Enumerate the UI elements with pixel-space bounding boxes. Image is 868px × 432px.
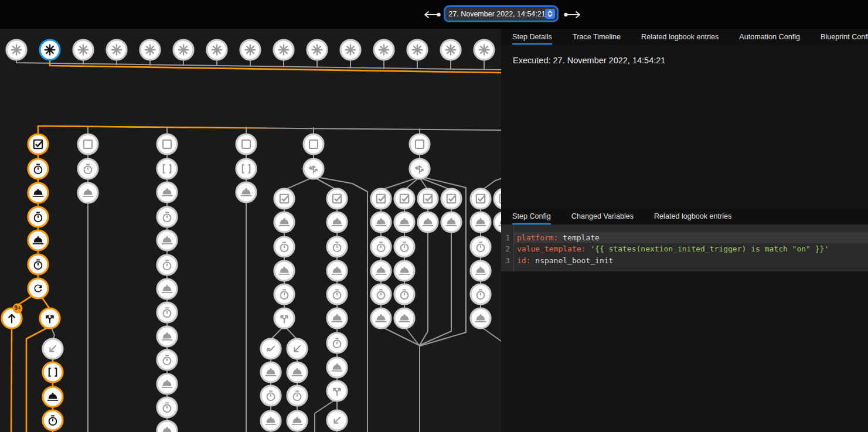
- cloche-node[interactable]: [287, 411, 307, 431]
- square-node[interactable]: [236, 134, 256, 154]
- asterisk-node[interactable]: [207, 40, 227, 60]
- cloche-node[interactable]: [371, 212, 391, 232]
- checkbox-node[interactable]: [471, 189, 491, 209]
- asterisk-node[interactable]: [374, 40, 394, 60]
- timer-node[interactable]: [274, 237, 294, 257]
- square-node[interactable]: [78, 134, 98, 154]
- timer-node[interactable]: [78, 159, 98, 179]
- call-split-node[interactable]: [40, 308, 60, 328]
- arrow-down-left-node[interactable]: [287, 339, 307, 359]
- timer-node[interactable]: [327, 284, 347, 304]
- cloche-node[interactable]: [157, 230, 177, 250]
- cloche-node[interactable]: [28, 230, 48, 250]
- timer-node[interactable]: [287, 386, 307, 406]
- choose-node[interactable]: [410, 159, 430, 179]
- cloche-node[interactable]: [394, 261, 414, 281]
- checkbox-node[interactable]: [28, 134, 48, 154]
- cloche-node[interactable]: [78, 183, 98, 203]
- cloche-node[interactable]: [394, 308, 414, 328]
- checkbox-node[interactable]: [494, 189, 501, 209]
- cloche-node[interactable]: [261, 362, 281, 382]
- step-config-code-editor[interactable]: 1platform: template 2value_template: '{{…: [501, 224, 868, 271]
- asterisk-node[interactable]: [173, 40, 193, 60]
- square-node[interactable]: [410, 134, 430, 154]
- timer-node[interactable]: [28, 159, 48, 179]
- run-select[interactable]: 27. November 2022, 14:54:21: [445, 7, 557, 21]
- refresh-node[interactable]: [28, 278, 48, 298]
- previous-run-button[interactable]: [420, 8, 443, 23]
- cloche-node[interactable]: [261, 411, 281, 431]
- timer-node[interactable]: [28, 207, 48, 227]
- cloche-node[interactable]: [327, 212, 347, 232]
- timer-node[interactable]: [394, 237, 414, 257]
- cloche-node[interactable]: [494, 212, 501, 232]
- timer-node[interactable]: [157, 255, 177, 275]
- cloche-node[interactable]: [441, 212, 461, 232]
- brackets-node[interactable]: [43, 362, 63, 382]
- arrow-down-left-node[interactable]: [327, 410, 347, 430]
- cloche-node[interactable]: [274, 212, 294, 232]
- cloche-node[interactable]: [274, 261, 294, 281]
- square-node[interactable]: [157, 134, 177, 154]
- asterisk-node[interactable]: [6, 40, 26, 60]
- next-run-button[interactable]: [561, 8, 585, 23]
- timer-node[interactable]: [471, 284, 491, 304]
- checkbox-node[interactable]: [441, 189, 461, 209]
- square-node[interactable]: [304, 134, 324, 154]
- tab-related-logbook-entries[interactable]: Related logbook entries: [641, 29, 719, 45]
- checkbox-node[interactable]: [418, 189, 438, 209]
- asterisk-node[interactable]: [307, 40, 327, 60]
- tab-config-related-logbook-entries[interactable]: Related logbook entries: [654, 208, 731, 224]
- cloche-node[interactable]: [394, 212, 414, 232]
- asterisk-node[interactable]: [73, 40, 93, 60]
- cloche-node[interactable]: [157, 374, 177, 394]
- timer-node[interactable]: [274, 284, 294, 304]
- asterisk-node[interactable]: [107, 40, 127, 60]
- cloche-node[interactable]: [371, 261, 391, 281]
- cloche-node[interactable]: [418, 212, 438, 232]
- tab-step-config[interactable]: Step Config: [512, 208, 551, 224]
- check-arrow-node[interactable]: [261, 339, 281, 359]
- asterisk-node[interactable]: [274, 40, 294, 60]
- cloche-node[interactable]: [157, 421, 177, 432]
- brackets-node[interactable]: [157, 159, 177, 179]
- timer-node[interactable]: [371, 237, 391, 257]
- timer-node[interactable]: [43, 410, 63, 430]
- brackets-node[interactable]: [236, 159, 256, 179]
- cloche-node[interactable]: [471, 212, 491, 232]
- cloche-node[interactable]: [371, 308, 391, 328]
- cloche-node[interactable]: [157, 279, 177, 299]
- tab-step-details[interactable]: Step Details: [512, 29, 552, 45]
- timer-node[interactable]: [394, 284, 414, 304]
- call-split-node[interactable]: [327, 381, 347, 401]
- call-split-node[interactable]: [274, 308, 294, 328]
- cloche-node[interactable]: [327, 358, 347, 377]
- cloche-node[interactable]: [327, 308, 347, 328]
- timer-node[interactable]: [327, 333, 347, 353]
- timer-node[interactable]: [471, 237, 491, 257]
- tab-automation-config[interactable]: Automation Config: [739, 29, 800, 45]
- timer-node[interactable]: [157, 397, 177, 417]
- choose-node[interactable]: [304, 159, 324, 179]
- timer-node[interactable]: [327, 237, 347, 257]
- cloche-node[interactable]: [157, 326, 177, 346]
- timer-node[interactable]: [371, 284, 391, 304]
- asterisk-node[interactable]: [441, 40, 461, 60]
- timer-node[interactable]: [28, 254, 48, 274]
- asterisk-node[interactable]: [240, 40, 260, 60]
- timer-node[interactable]: [261, 386, 281, 406]
- checkbox-node[interactable]: [371, 189, 391, 209]
- cloche-node[interactable]: [236, 182, 256, 202]
- timer-node[interactable]: [157, 302, 177, 322]
- cloche-node[interactable]: [28, 183, 48, 203]
- checkbox-node[interactable]: [274, 189, 294, 209]
- asterisk-node[interactable]: [341, 40, 360, 60]
- checkbox-node[interactable]: [327, 189, 347, 209]
- tab-blueprint-config[interactable]: Blueprint Config: [821, 29, 868, 45]
- asterisk-node[interactable]: [474, 40, 494, 60]
- timer-node[interactable]: [157, 350, 177, 370]
- timer-node[interactable]: [157, 207, 177, 227]
- cloche-node[interactable]: [327, 261, 347, 281]
- asterisk-node[interactable]: [140, 40, 160, 60]
- cloche-node[interactable]: [471, 308, 491, 328]
